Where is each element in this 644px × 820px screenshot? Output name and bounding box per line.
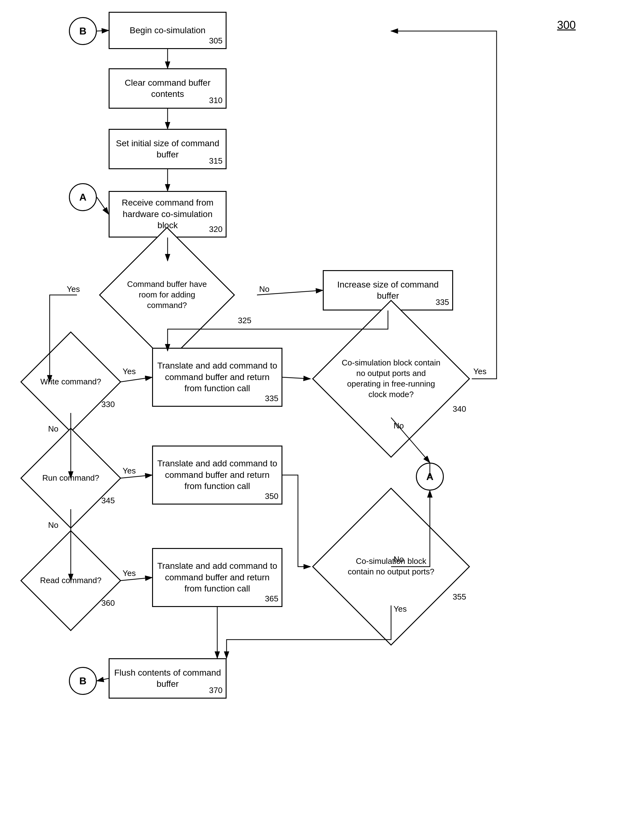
svg-line-5 bbox=[97, 197, 109, 214]
svg-text:Yes: Yes bbox=[123, 367, 136, 376]
svg-text:No: No bbox=[48, 424, 58, 433]
svg-line-12 bbox=[120, 475, 152, 478]
diamond-write: Write command? 330 bbox=[21, 351, 120, 413]
circle-a-top: A bbox=[69, 183, 97, 211]
box-setsize: Set initial size of command buffer 315 bbox=[109, 129, 227, 169]
box-clear: Clear command buffer contents 310 bbox=[109, 68, 227, 109]
box-translate350: Translate and add command to command buf… bbox=[152, 445, 282, 505]
diamond-run: Run command? 345 bbox=[21, 447, 120, 509]
svg-line-16 bbox=[97, 679, 109, 681]
circle-a-mid: A bbox=[416, 463, 444, 491]
svg-text:No: No bbox=[259, 284, 269, 294]
box-translate365: Translate and add command to command buf… bbox=[152, 548, 282, 607]
diamond-cosim340: Co-simulation block contain no output po… bbox=[310, 340, 472, 418]
diagram-title: 300 bbox=[557, 18, 576, 32]
svg-line-9 bbox=[282, 377, 310, 379]
diamond-read: Read command? 360 bbox=[21, 550, 120, 612]
circle-b-top: B bbox=[69, 17, 97, 45]
svg-text:Yes: Yes bbox=[123, 568, 136, 578]
box-begin: Begin co-simulation 305 bbox=[109, 12, 227, 49]
svg-line-7 bbox=[257, 290, 323, 295]
svg-line-8 bbox=[120, 377, 152, 382]
svg-text:Yes: Yes bbox=[123, 466, 136, 475]
diamond-room: Command buffer have room for adding comm… bbox=[77, 261, 257, 329]
svg-text:Yes: Yes bbox=[473, 367, 486, 376]
svg-line-14 bbox=[120, 577, 152, 580]
svg-text:No: No bbox=[48, 521, 58, 530]
flowchart: 300 B Begin co-simulation 305 Clear comm… bbox=[0, 0, 644, 820]
diamond-cosim355: Co-simulation block contain no output po… bbox=[310, 528, 472, 605]
box-translate335: Translate and add command to command buf… bbox=[152, 348, 282, 407]
box-flush: Flush contents of command buffer 370 bbox=[109, 658, 227, 699]
svg-line-1 bbox=[97, 31, 109, 31]
circle-b-bot: B bbox=[69, 667, 97, 695]
